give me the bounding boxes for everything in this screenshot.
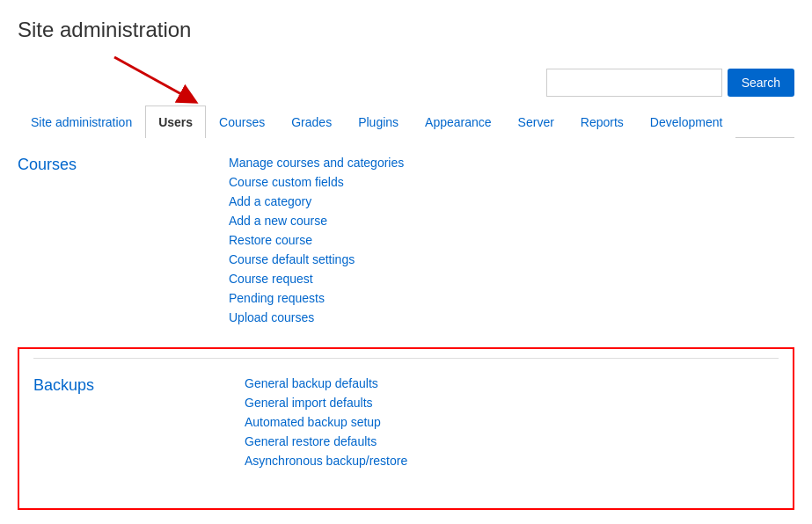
courses-links: Manage courses and categoriesCourse cust… [229,156,794,330]
tab-appearance[interactable]: Appearance [412,106,505,138]
search-input[interactable] [546,69,722,97]
backups-links: General backup defaultsGeneral import de… [245,376,779,473]
courses-section-label: Courses [18,156,229,330]
course-link[interactable]: Course default settings [229,252,794,266]
backups-section-wrapper: Backups General backup defaultsGeneral i… [18,347,794,510]
backup-link[interactable]: General import defaults [245,396,779,410]
tab-reports[interactable]: Reports [567,106,637,138]
tab-courses[interactable]: Courses [206,106,278,138]
course-link[interactable]: Add a category [229,194,794,208]
backup-link[interactable]: Asynchronous backup/restore [245,454,779,468]
backups-section-label: Backups [33,376,245,473]
backup-link[interactable]: General restore defaults [245,434,779,448]
tab-plugins[interactable]: Plugins [345,106,412,138]
page-title: Site administration [18,18,794,42]
search-bar: Search [18,69,794,97]
course-link[interactable]: Course request [229,272,794,286]
course-link[interactable]: Upload courses [229,310,794,324]
tab-users[interactable]: Users [145,106,206,138]
tab-grades[interactable]: Grades [278,106,345,138]
backups-heading: Backups [33,376,227,395]
main-content: Courses Manage courses and categoriesCou… [18,138,794,524]
tab-development[interactable]: Development [637,106,736,138]
tab-site-administration[interactable]: Site administration [18,106,145,138]
search-button[interactable]: Search [728,69,794,97]
courses-section: Courses Manage courses and categoriesCou… [18,156,794,330]
backup-link[interactable]: Automated backup setup [245,415,779,429]
backups-section: Backups General backup defaultsGeneral i… [33,376,779,473]
nav-tabs: Site administrationUsersCoursesGradesPlu… [18,106,794,138]
backup-link[interactable]: General backup defaults [245,376,779,390]
course-link[interactable]: Pending requests [229,291,794,305]
tab-server[interactable]: Server [505,106,567,138]
course-link[interactable]: Course custom fields [229,175,794,189]
course-link[interactable]: Add a new course [229,214,794,228]
courses-heading: Courses [18,156,211,174]
course-link[interactable]: Restore course [229,233,794,247]
backups-divider [33,358,779,359]
course-link[interactable]: Manage courses and categories [229,156,794,170]
